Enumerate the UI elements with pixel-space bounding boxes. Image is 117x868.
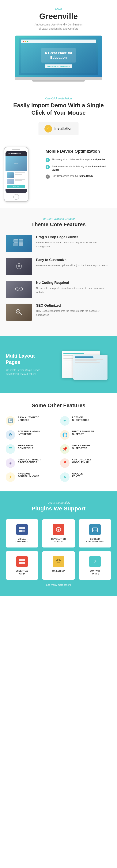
admin-text: POWERFUL ADMININTERFACE	[18, 430, 40, 436]
feature-img-drag	[6, 235, 32, 252]
feat-card-gmap: 📍 CUSTOMIZABLEGOOGLE MAP	[60, 458, 111, 468]
mobile-title: Mobile Device Optimization	[46, 149, 113, 154]
updates-text: EASY AUTOMATICUPDATES	[18, 416, 39, 422]
phone-thumb-2	[7, 179, 14, 184]
hero-section: Meet Greenville An Awesome User-Friendly…	[0, 0, 117, 87]
svg-rect-1	[19, 239, 23, 242]
svg-rect-17	[20, 530, 22, 532]
feature-title-drag: Drag & Drop Page Builder	[36, 235, 111, 239]
plugin-visual-composer: VISUALCOMPOSER	[6, 519, 38, 548]
multi-layout-title: Multi LayoutPages	[6, 353, 44, 366]
svg-rect-16	[23, 527, 25, 529]
one-click-title: Easily Import Demo With a Single Click o…	[6, 101, 111, 116]
svg-point-38	[57, 560, 58, 561]
screen-text-box: A Great Place forEducation	[41, 48, 76, 63]
phone-screen-header: The Talent Show	[5, 151, 27, 156]
visual-composer-name: VISUALCOMPOSER	[15, 537, 29, 543]
mobile-feature-2: 2 The theme uses Mobile Friendly sliders…	[46, 165, 113, 172]
phone-thumb-1	[7, 173, 14, 178]
feature-desc-nocoding: No need to be a professional web develop…	[36, 286, 111, 294]
plugin-booked: BOOKEDAPPOINTMENTS	[79, 519, 111, 548]
nocoding-icon	[14, 285, 24, 293]
core-title: Theme Core Features	[6, 221, 111, 227]
plugins-section: Free & Compatible Plugins We Support VIS…	[0, 491, 117, 596]
admin-icon: ⚙	[6, 430, 15, 440]
mockup-line	[75, 359, 103, 360]
feature-text-nocoding: No Coding Required No need to be a profe…	[36, 281, 111, 294]
svg-rect-25	[92, 528, 98, 532]
feature-desc-seo: HTML code integrated into the theme meet…	[36, 309, 111, 317]
cf7-number: 7	[94, 559, 96, 564]
laptop-base	[15, 78, 102, 80]
feature-num-1: 1	[46, 158, 50, 162]
feature-text-1: Absolutely all scrollable sections suppo…	[52, 158, 106, 161]
svg-point-39	[59, 560, 60, 561]
feat-card-parallax: ◈ PARALLAX EFFECTBACKGROUNDS	[6, 458, 57, 468]
mailchimp-icon	[53, 556, 64, 567]
multi-layout-section: Multi LayoutPages We create Several Uniq…	[0, 336, 117, 393]
feat-card-admin: ⚙ POWERFUL ADMININTERFACE	[6, 430, 57, 440]
screen-heading: A Great Place forEducation	[45, 51, 72, 60]
phone-screen: The Talent Show Photo	[5, 151, 27, 193]
contact-form-icon: 7	[89, 556, 101, 567]
installation-button[interactable]: ⚡ Installation	[39, 122, 78, 135]
booked-icon	[89, 524, 101, 535]
svg-rect-3	[19, 243, 23, 246]
svg-rect-34	[23, 562, 25, 564]
text-line	[15, 179, 25, 180]
svg-rect-15	[20, 527, 22, 529]
mockup-bar	[75, 356, 93, 358]
phone-home-button	[13, 194, 19, 200]
laptop-screen: A Great Place forEducation Welcome to Gr…	[15, 35, 102, 78]
sticky-icon: 📌	[60, 444, 70, 454]
screen-bar	[21, 39, 96, 43]
plugin-essential-grid: ESSENTIALGRID	[6, 551, 38, 580]
svg-rect-2	[14, 243, 18, 246]
core-label: For Easy Website Creation	[6, 217, 111, 220]
feature-img-seo	[6, 304, 32, 321]
svg-rect-33	[20, 562, 22, 564]
parallax-text: PARALLAX EFFECTBACKGROUNDS	[18, 458, 41, 464]
gmap-icon: 📍	[60, 458, 70, 468]
feature-seo: SEO Optimized HTML code integrated into …	[6, 304, 111, 321]
sticky-label: STICKY MENUSSUPPORTED	[72, 444, 90, 450]
text-line-short	[15, 180, 22, 181]
revolution-slider-name: REVOLUTIONSLIDER	[51, 537, 66, 543]
feature-text-seo: SEO Optimized HTML code integrated into …	[36, 304, 111, 317]
shortcodes-label: LOTS OFSHORTCODES	[72, 416, 89, 422]
shortcodes-icon: ✦	[60, 416, 70, 426]
phone-item-text-1	[15, 173, 25, 178]
mockup-page-2	[73, 355, 108, 380]
feat-card-shortcodes: ✦ LOTS OFSHORTCODES	[60, 416, 111, 426]
feature-desc-drag: Visual Composer plugin offers amazing to…	[36, 241, 111, 249]
one-click-label: One Click Installation	[6, 97, 111, 100]
megamenu-icon: ☰	[6, 444, 15, 454]
megamenu-text: MEGA MENUCOMPATIBLE	[18, 444, 34, 451]
svg-point-20	[57, 529, 60, 531]
svg-point-5	[18, 265, 20, 267]
shortcodes-text: LOTS OFSHORTCODES	[72, 416, 89, 422]
feat-card-megamenu: ☰ MEGA MENUCOMPATIBLE	[6, 444, 57, 454]
admin-label: POWERFUL ADMININTERFACE	[18, 430, 40, 436]
mobile-info: Mobile Device Optimization 1 Absolutely …	[46, 147, 113, 182]
feature-num-3: 3	[46, 175, 50, 179]
hero-subtitle: An Awesome User-Friendly Combinationof V…	[6, 23, 111, 31]
plugin-revolution-slider: REVOLUTIONSLIDER	[42, 519, 75, 548]
multi-layout-desc: We create Several Unique Demos with Diff…	[6, 368, 44, 376]
feature-title-seo: SEO Optimized	[36, 304, 111, 308]
feature-title-customize: Easy to Customize	[36, 258, 108, 262]
phone-btn[interactable]: More Info	[7, 185, 25, 188]
other-features-section: Some Other Features 🔄 EASY AUTOMATICUPDA…	[0, 393, 117, 491]
phone-notch	[12, 149, 20, 150]
multi-layout-img	[49, 347, 111, 381]
screen-content: A Great Place forEducation Welcome to Gr…	[21, 43, 96, 73]
svg-line-10	[18, 287, 20, 291]
svg-rect-30	[95, 530, 96, 531]
laptop-foot	[32, 80, 85, 82]
mobile-feature-3: 3 Fully Responsive layout & Retina Ready	[46, 174, 113, 179]
essential-grid-name: ESSENTIALGRID	[16, 569, 28, 575]
multilang-label: MULTI LANGUAGESUPPORT	[72, 430, 94, 436]
phone-item-2	[7, 179, 25, 184]
contact-form-name: CONTACTFORM 7	[90, 569, 100, 575]
plugin-mailchimp: MAILCHIMP	[42, 551, 75, 580]
